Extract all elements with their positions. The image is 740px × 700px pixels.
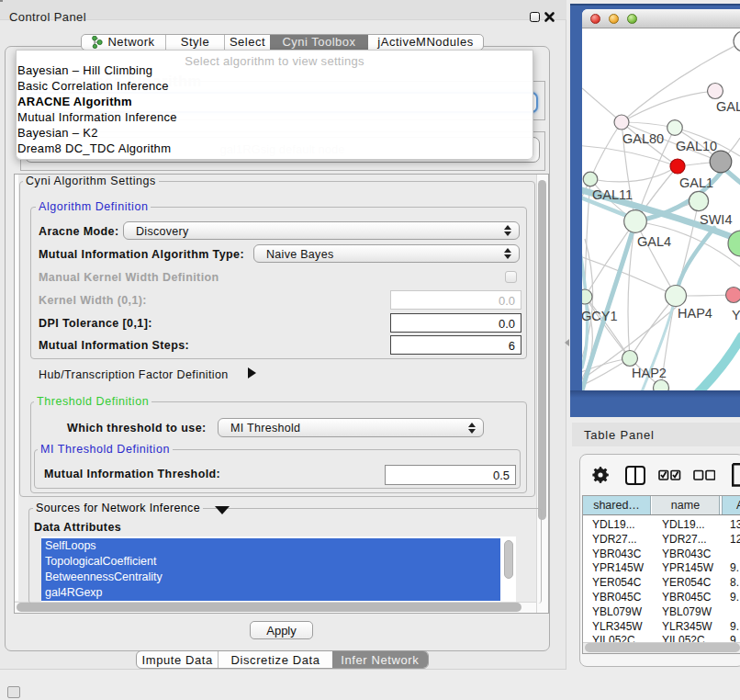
svg-text:GAL11: GAL11	[592, 187, 633, 202]
svg-text:HAP4: HAP4	[678, 306, 712, 321]
svg-text:HAP2: HAP2	[632, 366, 667, 380]
svg-text:GCY1: GCY1	[582, 309, 618, 323]
svg-text:GAL10: GAL10	[676, 139, 717, 153]
svg-text:Y: Y	[732, 308, 740, 322]
svg-text:GAL4: GAL4	[637, 234, 671, 249]
svg-text:GAL80: GAL80	[622, 131, 664, 146]
svg-text:GAL1: GAL1	[679, 175, 713, 190]
svg-text:GAL2: GAL2	[716, 99, 740, 114]
svg-text:SWI4: SWI4	[700, 212, 732, 227]
